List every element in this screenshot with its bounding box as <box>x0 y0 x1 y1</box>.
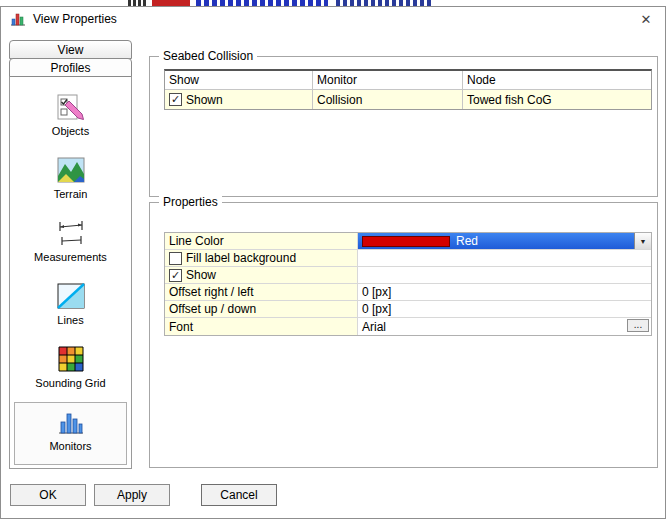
sidebar: View Profiles Objects <box>9 40 132 469</box>
property-label: Font <box>165 318 358 335</box>
property-grid: Line Color Red ▼ Fill label background ✓… <box>164 232 652 336</box>
close-button[interactable]: ✕ <box>630 8 662 30</box>
show-value[interactable] <box>358 267 651 283</box>
sidebar-item-measurements[interactable]: Measurements <box>14 213 127 276</box>
title-bar: View Properties <box>1 7 665 31</box>
sidebar-item-label: Monitors <box>49 440 91 452</box>
monitors-table-header: Show Monitor Node <box>165 71 651 90</box>
sidebar-item-terrain[interactable]: Terrain <box>14 150 127 213</box>
table-row[interactable]: ✓ Shown Collision Towed fish CoG <box>165 90 651 109</box>
property-row-fill-label-background[interactable]: Fill label background <box>165 250 651 267</box>
sidebar-item-label: Sounding Grid <box>35 377 105 389</box>
seabed-collision-group: Seabed Collision Show Monitor Node ✓ Sho… <box>149 56 658 197</box>
sounding-grid-icon <box>56 344 86 374</box>
sidebar-item-label: Lines <box>57 314 83 326</box>
cancel-button[interactable]: Cancel <box>201 484 277 506</box>
fill-label-background-checkbox[interactable] <box>169 252 182 265</box>
seabed-collision-group-title: Seabed Collision <box>159 49 257 63</box>
offset-right-left-value[interactable]: 0 [px] <box>358 284 651 300</box>
line-color-value[interactable]: Red ▼ <box>358 233 651 249</box>
dropdown-button[interactable]: ▼ <box>634 233 651 249</box>
dialog-title: View Properties <box>33 12 117 26</box>
ok-button-label: OK <box>39 488 56 502</box>
tab-profiles[interactable]: Profiles <box>9 58 132 77</box>
show-checkbox[interactable]: ✓ <box>169 269 182 282</box>
property-label: Offset right / left <box>165 284 358 300</box>
property-row-offset-right-left[interactable]: Offset right / left 0 [px] <box>165 284 651 301</box>
column-header-monitor[interactable]: Monitor <box>313 71 463 90</box>
font-value-label: Arial <box>362 320 386 334</box>
view-properties-dialog: View Properties ✕ View Profiles Objects <box>0 6 666 519</box>
property-label-with-checkbox: ✓ Show <box>165 267 358 283</box>
ok-button[interactable]: OK <box>10 484 86 506</box>
tab-profiles-label: Profiles <box>50 61 90 75</box>
cell-node: Towed fish CoG <box>463 90 651 109</box>
property-label: Line Color <box>165 233 358 249</box>
property-label-with-checkbox: Fill label background <box>165 250 358 266</box>
property-row-font[interactable]: Font Arial ... <box>165 318 651 335</box>
apply-button[interactable]: Apply <box>94 484 170 506</box>
tab-view[interactable]: View <box>9 40 132 59</box>
property-label: Fill label background <box>186 251 296 265</box>
property-row-line-color[interactable]: Line Color Red ▼ <box>165 233 651 250</box>
fill-label-background-value[interactable] <box>358 250 651 266</box>
chevron-down-icon: ▼ <box>640 238 647 245</box>
cell-show: ✓ Shown <box>165 90 313 109</box>
sidebar-item-label: Terrain <box>54 188 88 200</box>
monitors-icon <box>56 407 86 437</box>
measurements-icon <box>56 218 86 248</box>
line-color-value-label: Red <box>456 234 478 248</box>
app-icon <box>10 11 26 27</box>
sidebar-item-list: Objects Terrain Mea <box>9 76 132 469</box>
sidebar-item-lines[interactable]: Lines <box>14 276 127 339</box>
apply-button-label: Apply <box>117 488 147 502</box>
font-picker-button[interactable]: ... <box>627 319 649 332</box>
property-row-show[interactable]: ✓ Show <box>165 267 651 284</box>
tab-view-label: View <box>58 43 84 57</box>
property-label: Show <box>186 268 216 282</box>
sidebar-item-monitors[interactable]: Monitors <box>14 402 127 465</box>
monitors-table: Show Monitor Node ✓ Shown Collision Towe… <box>164 69 652 110</box>
cell-monitor: Collision <box>313 90 463 109</box>
sidebar-item-objects[interactable]: Objects <box>14 87 127 150</box>
column-header-node[interactable]: Node <box>463 71 651 90</box>
shown-checkbox[interactable]: ✓ <box>169 93 182 106</box>
lines-icon <box>56 281 86 311</box>
objects-icon <box>56 92 86 122</box>
property-row-offset-up-down[interactable]: Offset up / down 0 [px] <box>165 301 651 318</box>
offset-up-down-value[interactable]: 0 [px] <box>358 301 651 317</box>
column-header-show[interactable]: Show <box>165 71 313 90</box>
sidebar-item-label: Objects <box>52 125 89 137</box>
color-swatch <box>362 236 450 247</box>
sidebar-item-label: Measurements <box>34 251 107 263</box>
property-label: Offset up / down <box>165 301 358 317</box>
cancel-button-label: Cancel <box>220 488 257 502</box>
close-icon: ✕ <box>641 12 652 27</box>
properties-group: Properties Line Color Red ▼ Fill label b… <box>149 202 658 468</box>
cell-show-label: Shown <box>186 93 223 107</box>
properties-group-title: Properties <box>159 195 222 209</box>
sidebar-item-sounding-grid[interactable]: Sounding Grid <box>14 339 127 402</box>
font-value[interactable]: Arial ... <box>358 318 651 335</box>
terrain-icon <box>56 155 86 185</box>
